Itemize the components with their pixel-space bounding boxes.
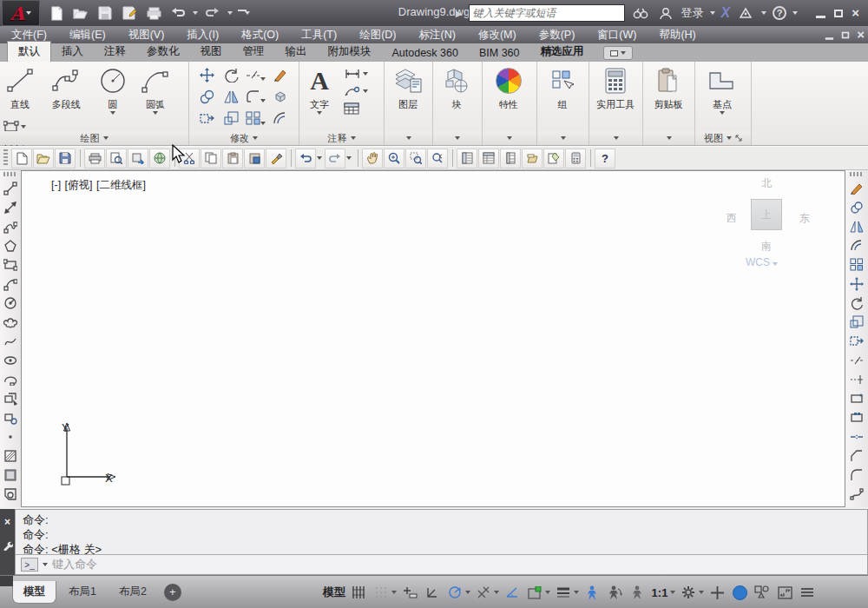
tb-pan-button[interactable] xyxy=(362,149,383,169)
ellipse-arc-tool-button[interactable] xyxy=(2,370,20,388)
panel-layers-footer[interactable] xyxy=(385,131,432,145)
doc-restore-button[interactable] xyxy=(842,31,850,38)
move-tool-button[interactable] xyxy=(848,274,866,293)
tab-layout1[interactable]: 布局1 xyxy=(58,581,107,603)
text-dropdown-icon[interactable] xyxy=(317,111,322,115)
communication-center-icon[interactable] xyxy=(736,3,755,23)
line-tool-button[interactable] xyxy=(2,179,20,197)
polyline-tool-button[interactable] xyxy=(2,217,20,235)
tb-designcenter-button[interactable] xyxy=(478,149,499,169)
rotate-tool-button[interactable] xyxy=(848,294,866,312)
offset-tool-button[interactable] xyxy=(273,111,287,128)
rotate-tool-button[interactable] xyxy=(224,68,239,85)
viewport-visualstyle-control[interactable]: [二维线框] xyxy=(96,179,146,191)
array-dropdown-icon[interactable] xyxy=(260,122,266,125)
hatch-tool-button[interactable] xyxy=(2,446,20,465)
tb-undo-dropdown-icon[interactable] xyxy=(317,156,322,160)
panel-draw-footer[interactable]: 绘图 xyxy=(0,131,188,145)
blend-curves-tool-button[interactable] xyxy=(848,485,866,503)
insert-block-button[interactable]: 块 xyxy=(433,62,480,111)
workspace-dropdown-icon[interactable] xyxy=(699,591,704,594)
trim-dropdown-icon[interactable] xyxy=(260,77,266,81)
tab-addins[interactable]: 附加模块 xyxy=(318,42,382,62)
tb-matchprops-button[interactable] xyxy=(266,149,286,169)
mirror-tool-button[interactable] xyxy=(848,217,866,235)
tb-zoom-previous-button[interactable] xyxy=(427,149,448,169)
tb-plot-button[interactable] xyxy=(84,149,105,169)
annotation-monitor-button[interactable] xyxy=(707,582,727,603)
menu-window[interactable]: 窗口(W) xyxy=(586,26,648,44)
erase-tool-button[interactable] xyxy=(848,179,866,197)
viewport-view-control[interactable]: [俯视] xyxy=(65,179,93,191)
ellipse-tool-button[interactable] xyxy=(2,351,20,369)
tb-open-button[interactable] xyxy=(33,149,54,169)
object-snap-tracking-toggle[interactable] xyxy=(503,582,522,603)
tb-3ddwf-button[interactable] xyxy=(149,149,170,169)
tb-paste-button[interactable] xyxy=(222,149,243,169)
table-tool-button[interactable] xyxy=(344,102,368,116)
annotation-scale-value[interactable]: 1:1 xyxy=(650,582,669,603)
tb-paste-special-button[interactable] xyxy=(244,149,265,169)
revcloud-tool-button[interactable] xyxy=(2,313,20,331)
signin-button[interactable]: 登录 xyxy=(681,5,704,21)
scale-tool-button[interactable] xyxy=(224,111,239,128)
arc-tool-button[interactable] xyxy=(2,274,20,293)
circle-dropdown-icon[interactable] xyxy=(110,111,115,115)
model-space-canvas[interactable]: [-] [俯视] [二维线框] 北 西 上 东 南 WCS Y X xyxy=(21,170,845,507)
isolate-objects-button[interactable] xyxy=(753,582,772,603)
panel-clipboard-footer[interactable] xyxy=(643,131,694,145)
object-snap-toggle[interactable] xyxy=(474,582,493,603)
viewcube-west-label[interactable]: 西 xyxy=(727,211,737,226)
circle-tool-button[interactable] xyxy=(2,294,20,312)
point-tool-button[interactable] xyxy=(2,427,20,446)
grid-display-toggle[interactable] xyxy=(349,582,368,603)
tab-output[interactable]: 输出 xyxy=(275,42,318,62)
tb-toolpalettes-button[interactable] xyxy=(500,149,521,169)
explode-tool-button[interactable] xyxy=(273,89,287,106)
trim-tool-button[interactable] xyxy=(246,69,266,83)
polar-dropdown-icon[interactable] xyxy=(465,591,470,594)
panel-modify-footer[interactable]: 修改 xyxy=(189,131,299,145)
snap-dropdown-icon[interactable] xyxy=(391,591,397,594)
tab-parametric[interactable]: 参数化 xyxy=(136,42,190,62)
leader-tool-button[interactable] xyxy=(344,84,368,98)
viewcube-top-face[interactable]: 上 xyxy=(751,199,782,230)
panel-utilities-footer[interactable] xyxy=(589,131,642,145)
tb-copy-button[interactable] xyxy=(201,149,221,169)
stretch-tool-button[interactable] xyxy=(848,332,866,350)
infocenter-collapse-icon[interactable]: ▶ xyxy=(456,9,463,18)
communication-dropdown-icon[interactable] xyxy=(761,11,766,15)
tab-layout2[interactable]: 布局2 xyxy=(108,581,157,603)
clipboard-button[interactable]: 剪贴板 xyxy=(643,62,694,111)
new-layout-button[interactable]: + xyxy=(164,584,181,601)
menu-dimension[interactable]: 标注(N) xyxy=(408,26,467,44)
tab-bim360[interactable]: BIM 360 xyxy=(469,44,530,62)
search-input[interactable] xyxy=(469,4,625,22)
array-tool-button[interactable] xyxy=(246,111,266,128)
move-tool-button[interactable] xyxy=(200,68,214,85)
command-close-icon[interactable]: × xyxy=(4,516,10,528)
group-button[interactable]: 组 xyxy=(537,62,588,111)
tb-redo-dropdown-icon[interactable] xyxy=(346,156,352,160)
extend-tool-button[interactable] xyxy=(848,370,866,388)
tab-model[interactable]: 模型 xyxy=(12,581,56,604)
fillet-tool-button[interactable] xyxy=(246,90,266,105)
rectangle-tool-button[interactable] xyxy=(2,255,20,274)
tb-quickcalc-button[interactable] xyxy=(565,149,586,169)
tb-properties-button[interactable] xyxy=(457,149,477,169)
tab-home[interactable]: 默认 xyxy=(7,41,51,62)
array-tool-button[interactable] xyxy=(848,255,866,274)
dynamic-input-toggle[interactable] xyxy=(400,582,419,603)
copy-tool-button[interactable] xyxy=(200,89,214,107)
toolbar-grip[interactable] xyxy=(3,149,8,167)
tb-zoom-realtime-button[interactable] xyxy=(384,149,404,169)
help-icon[interactable]: ? xyxy=(773,6,786,20)
make-block-tool-button[interactable] xyxy=(2,408,20,426)
help-dropdown-icon[interactable] xyxy=(792,11,798,15)
viewcube-north-label[interactable]: 北 xyxy=(761,176,772,191)
tb-save-button[interactable] xyxy=(55,149,76,169)
dimension-tool-button[interactable] xyxy=(344,67,368,81)
snap-mode-toggle[interactable] xyxy=(372,582,391,603)
command-history[interactable]: 命令: 命令: 命令: <栅格 关> >_ 键入命令 xyxy=(15,509,868,575)
tb-sheetset-button[interactable] xyxy=(522,149,542,169)
